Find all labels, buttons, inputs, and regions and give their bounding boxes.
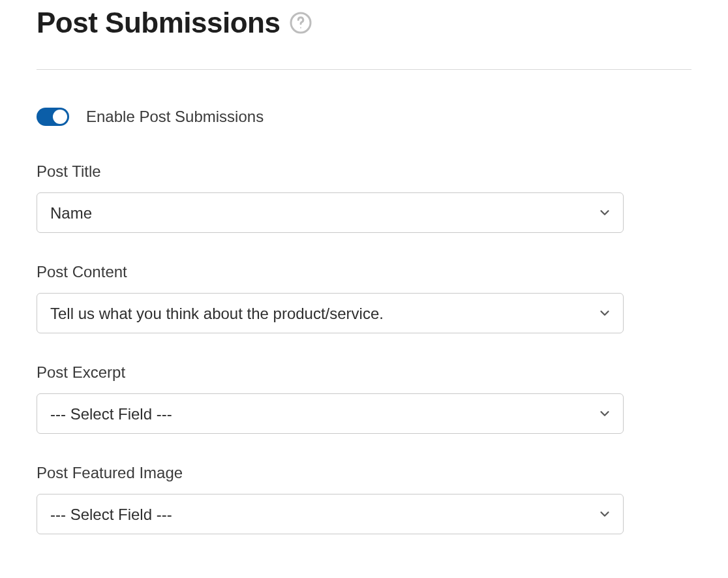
post-excerpt-field: Post Excerpt --- Select Field --- bbox=[37, 363, 691, 434]
post-title-label: Post Title bbox=[37, 162, 691, 181]
post-content-label: Post Content bbox=[37, 263, 691, 281]
enable-toggle-label: Enable Post Submissions bbox=[86, 108, 264, 126]
help-icon[interactable] bbox=[289, 11, 312, 35]
post-title-field: Post Title Name bbox=[37, 162, 691, 233]
page-title: Post Submissions bbox=[37, 7, 280, 39]
enable-toggle-row: Enable Post Submissions bbox=[37, 108, 691, 126]
post-excerpt-select[interactable]: --- Select Field --- bbox=[37, 393, 624, 434]
post-featured-image-select[interactable]: --- Select Field --- bbox=[37, 494, 624, 534]
post-title-select[interactable]: Name bbox=[37, 192, 624, 233]
svg-point-1 bbox=[301, 27, 302, 29]
toggle-knob bbox=[53, 110, 67, 124]
page-header: Post Submissions bbox=[37, 7, 691, 39]
enable-post-submissions-toggle[interactable] bbox=[37, 108, 69, 126]
post-excerpt-label: Post Excerpt bbox=[37, 363, 691, 382]
post-featured-image-field: Post Featured Image --- Select Field --- bbox=[37, 464, 691, 534]
post-featured-image-label: Post Featured Image bbox=[37, 464, 691, 482]
divider bbox=[37, 69, 691, 70]
post-content-select[interactable]: Tell us what you think about the product… bbox=[37, 293, 624, 333]
post-content-field: Post Content Tell us what you think abou… bbox=[37, 263, 691, 333]
